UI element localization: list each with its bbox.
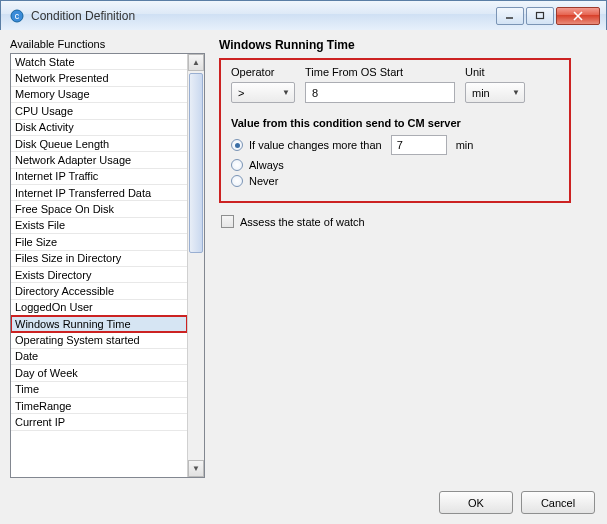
list-item[interactable]: Memory Usage <box>11 87 187 103</box>
operator-value: > <box>238 87 244 99</box>
list-item[interactable]: Directory Accessible <box>11 283 187 299</box>
list-item[interactable]: TimeRange <box>11 398 187 414</box>
list-item[interactable]: LoggedOn User <box>11 300 187 316</box>
operator-dropdown[interactable]: > ▼ <box>231 82 295 103</box>
changes-value: 7 <box>397 139 403 151</box>
ok-button[interactable]: OK <box>439 491 513 514</box>
radio-changes-label: If value changes more than <box>249 139 382 151</box>
radio-always[interactable] <box>231 159 243 171</box>
list-item[interactable]: Disk Queue Length <box>11 136 187 152</box>
scroll-down-button[interactable]: ▼ <box>188 460 204 477</box>
list-item[interactable]: Exists File <box>11 218 187 234</box>
scrollbar[interactable]: ▲ ▼ <box>187 54 204 477</box>
unit-dropdown[interactable]: min ▼ <box>465 82 525 103</box>
minimize-button[interactable] <box>496 7 524 25</box>
list-item[interactable]: Windows Running Time <box>11 316 187 332</box>
time-input[interactable]: 8 <box>305 82 455 103</box>
close-button[interactable] <box>556 7 600 25</box>
list-item[interactable]: Time <box>11 382 187 398</box>
list-item[interactable]: Network Presented <box>11 70 187 86</box>
maximize-button[interactable] <box>526 7 554 25</box>
assess-label: Assess the state of watch <box>240 216 365 228</box>
unit-label: Unit <box>465 66 525 78</box>
chevron-down-icon: ▼ <box>282 88 290 97</box>
svg-text:c: c <box>15 11 20 21</box>
radio-changes[interactable] <box>231 139 243 151</box>
scroll-track[interactable] <box>188 71 204 460</box>
list-item[interactable]: Current IP <box>11 414 187 430</box>
radio-never-label: Never <box>249 175 278 187</box>
radio-always-label: Always <box>249 159 284 171</box>
operator-label: Operator <box>231 66 295 78</box>
time-label: Time From OS Start <box>305 66 455 78</box>
list-item[interactable]: Watch State <box>11 54 187 70</box>
changes-unit: min <box>456 139 474 151</box>
list-item[interactable]: Network Adapter Usage <box>11 152 187 168</box>
window-title: Condition Definition <box>31 9 494 23</box>
titlebar[interactable]: c Condition Definition <box>1 1 606 31</box>
available-functions-header: Available Functions <box>10 38 205 50</box>
cancel-label: Cancel <box>541 497 575 509</box>
function-list[interactable]: Watch StateNetwork PresentedMemory Usage… <box>10 53 205 478</box>
list-item[interactable]: Free Space On Disk <box>11 201 187 217</box>
radio-never[interactable] <box>231 175 243 187</box>
list-item[interactable]: File Size <box>11 234 187 250</box>
cancel-button[interactable]: Cancel <box>521 491 595 514</box>
changes-value-input[interactable]: 7 <box>391 135 447 155</box>
panel-title: Windows Running Time <box>219 38 597 52</box>
highlighted-condition-box: Operator Time From OS Start Unit > ▼ 8 m… <box>219 58 571 203</box>
scroll-thumb[interactable] <box>189 73 203 253</box>
list-item[interactable]: Date <box>11 349 187 365</box>
list-item[interactable]: Day of Week <box>11 365 187 381</box>
assess-checkbox[interactable] <box>221 215 234 228</box>
list-item[interactable]: Operating System started <box>11 332 187 348</box>
list-item[interactable]: CPU Usage <box>11 103 187 119</box>
svg-rect-3 <box>537 12 544 18</box>
time-value: 8 <box>312 87 318 99</box>
ok-label: OK <box>468 497 484 509</box>
list-item[interactable]: Disk Activity <box>11 120 187 136</box>
send-section-title: Value from this condition send to CM ser… <box>231 117 559 129</box>
chevron-down-icon: ▼ <box>512 88 520 97</box>
app-icon: c <box>9 8 25 24</box>
list-item[interactable]: Exists Directory <box>11 267 187 283</box>
list-item[interactable]: Internet IP Transferred Data <box>11 185 187 201</box>
unit-value: min <box>472 87 490 99</box>
list-item[interactable]: Files Size in Directory <box>11 251 187 267</box>
list-item[interactable]: Internet IP Traffic <box>11 169 187 185</box>
scroll-up-button[interactable]: ▲ <box>188 54 204 71</box>
